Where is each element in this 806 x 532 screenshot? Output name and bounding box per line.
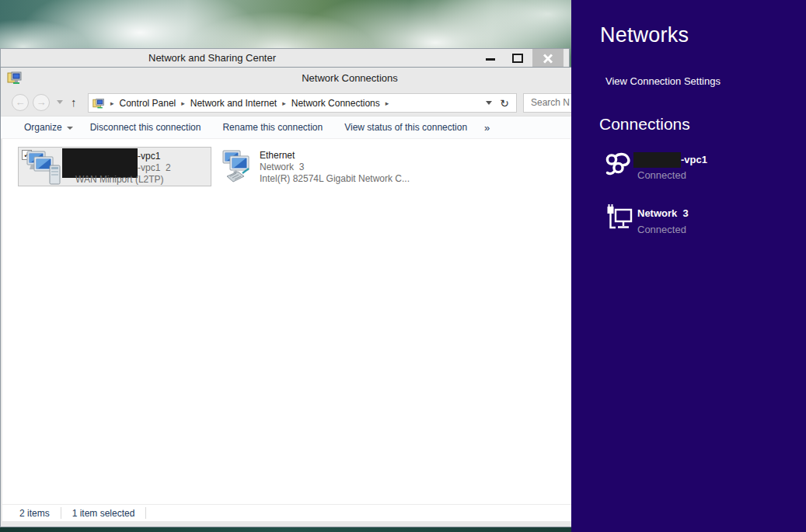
view-connection-settings-link[interactable]: View Connection Settings: [605, 75, 721, 87]
connection-name[interactable]: Network 3: [637, 207, 689, 219]
redacted-name-box: [633, 152, 681, 168]
maximize-icon[interactable]: [512, 54, 523, 63]
connection-network: Network 3: [260, 162, 304, 172]
crumb-separator-icon: ▸: [282, 99, 286, 107]
vpn-icon: [605, 151, 633, 180]
breadcrumb-network-connections[interactable]: Network Connections: [291, 98, 380, 109]
vpn-connection-icon: [26, 151, 65, 188]
address-chevron-down-icon[interactable]: [486, 101, 492, 105]
organize-button[interactable]: Organize: [24, 122, 73, 133]
status-divider: [145, 507, 146, 519]
items-count: 2 items: [19, 508, 50, 519]
list-item-vpn-connection[interactable]: ✓ -vpc1 -vpc1 2 WAN M: [18, 147, 211, 186]
connection-name[interactable]: -vpc1: [681, 154, 707, 165]
connection-status: Connected: [637, 169, 686, 181]
networks-flyout-panel: Networks View Connection Settings Connec…: [571, 0, 806, 532]
connections-section-title: Connections: [599, 115, 690, 134]
status-divider: [61, 507, 61, 519]
connection-device: Intel(R) 82574L Gigabit Network C...: [260, 173, 410, 184]
minimize-icon[interactable]: [486, 58, 495, 61]
forward-icon[interactable]: →: [33, 94, 50, 111]
screen: Network and Sharing Center Network Conne…: [0, 0, 806, 532]
connection-name: -vpc1: [138, 151, 160, 162]
connection-name: Ethernet: [260, 150, 295, 161]
list-item-ethernet-connection[interactable]: Ethernet Network 3 Intel(R) 82574L Gigab…: [221, 147, 415, 186]
crumb-separator-icon: ▸: [110, 99, 114, 107]
refresh-icon[interactable]: ↻: [500, 97, 509, 110]
more-commands-button[interactable]: »: [484, 122, 490, 134]
wired-network-icon: [606, 203, 633, 236]
up-icon[interactable]: ↑: [71, 96, 77, 109]
crumb-separator-icon: ▸: [386, 99, 389, 107]
close-icon[interactable]: [532, 49, 564, 68]
chevron-down-icon: [67, 127, 73, 130]
selected-count: 1 item selected: [72, 508, 135, 519]
panel-title: Networks: [600, 23, 689, 47]
rename-connection-button[interactable]: Rename this connection: [222, 122, 323, 133]
desktop-wallpaper-bottom-strip: [0, 527, 571, 532]
connection-network: -vpc1 2: [138, 162, 171, 173]
titlebar: Network and Sharing Center: [1, 49, 569, 68]
crumb-separator-icon: ▸: [181, 99, 185, 107]
connection-device: WAN Miniport (L2TP): [75, 174, 164, 185]
view-status-button[interactable]: View status of this connection: [344, 122, 467, 133]
breadcrumb-control-panel[interactable]: Control Panel: [120, 98, 176, 109]
disconnect-connection-button[interactable]: Disconnect this connection: [90, 122, 201, 133]
connection-status: Connected: [637, 224, 686, 235]
breadcrumb-folder-icon: [92, 97, 105, 110]
window-title: Network and Sharing Center: [148, 52, 276, 64]
ethernet-connection-icon: [222, 150, 258, 187]
back-icon[interactable]: ←: [12, 94, 29, 111]
history-chevron-down-icon[interactable]: [57, 100, 63, 104]
breadcrumb-network-and-internet[interactable]: Network and Internet: [190, 98, 277, 109]
breadcrumb[interactable]: ▸ Control Panel ▸ Network and Internet ▸…: [88, 93, 517, 113]
